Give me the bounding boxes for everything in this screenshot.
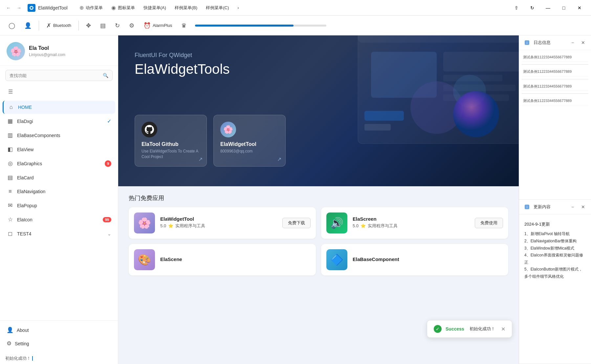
refresh-control[interactable]: ↻ xyxy=(525,3,540,13)
sidebar-item-elapopup[interactable]: ✉ ElaPopup xyxy=(3,199,115,212)
elabase-nav-icon: ▥ xyxy=(7,132,14,139)
update-item-1: 1、新增ElaPivot 轴转导航 xyxy=(524,231,586,238)
svg-point-1 xyxy=(31,7,33,9)
log-panel-close-btn[interactable]: ✕ xyxy=(579,39,587,47)
elascreen-icon: 🔊 xyxy=(326,212,347,233)
toast-close-btn[interactable]: ✕ xyxy=(501,326,505,332)
tool-card-link-icon[interactable]: ↗ xyxy=(277,156,281,162)
toolbar-progress xyxy=(195,25,326,27)
hero-card-tool[interactable]: 🌸 ElaWidgetTool 8009963@qq.com ↗ xyxy=(213,115,286,167)
actions-menu-icon: ⊕ xyxy=(79,5,84,11)
toolbar-item-alarm[interactable]: ⏰ AlarmPlus xyxy=(140,20,175,31)
update-panel-collapse-btn[interactable]: − xyxy=(569,203,577,211)
sidebar-item-elaview[interactable]: ◧ ElaView xyxy=(3,143,115,156)
profile-info: Ela Tool Liniyous@gmail.com xyxy=(29,45,65,57)
menu-sample-b[interactable]: 样例菜单(B) xyxy=(171,4,201,12)
app-icon xyxy=(28,4,35,12)
toolbar-item-settings[interactable]: ⚙ xyxy=(126,20,138,31)
settings-control[interactable]: ⇧ xyxy=(509,3,524,13)
sidebar-item-elagraphics[interactable]: ◎ ElaGraphics 9 xyxy=(3,157,115,170)
test4-nav-label: TEST4 xyxy=(17,231,104,236)
success-toast: ✓ Success 初始化成功！ ✕ xyxy=(427,320,512,338)
close-button[interactable]: ✕ xyxy=(572,3,587,13)
sidebar-nav: ⌂ HOME ▦ ElaDxgi ✓ ▥ ElaBaseComponents ◧… xyxy=(0,99,118,320)
toolbar-item-home[interactable]: ◯ xyxy=(5,20,18,31)
elacard-nav-label: ElaCard xyxy=(17,175,111,180)
hero-cards: ElaTool Github Use ElaWidgetTools To Cre… xyxy=(135,115,286,167)
github-card-desc: Use ElaWidgetTools To Create A Cool Proj… xyxy=(142,149,200,160)
menu-icons[interactable]: ◉ 图标菜单 xyxy=(107,3,139,12)
app-card-elascene: 🎨 ElaScene xyxy=(129,244,316,275)
search-input[interactable] xyxy=(10,73,100,78)
toolbar-item-crown[interactable]: ♛ xyxy=(178,20,190,31)
sidebar-item-test4[interactable]: ◻ TEST4 ⌄ xyxy=(3,227,115,240)
elagraphics-badge: 9 xyxy=(105,160,111,167)
menu-more[interactable]: › xyxy=(233,4,243,11)
elawidgettool-download-btn[interactable]: 免费下载 xyxy=(282,218,311,228)
hamburger-button[interactable]: ☰ xyxy=(5,86,16,97)
sidebar-status: 初始化成功！ xyxy=(0,353,118,364)
toolbar-item-user[interactable]: 👤 xyxy=(21,20,35,31)
elapopup-nav-icon: ✉ xyxy=(7,202,14,209)
update-panel-close-btn[interactable]: ✕ xyxy=(579,203,587,211)
sample-c-label: 样例菜单(C) xyxy=(206,5,229,11)
log-divider-1 xyxy=(522,64,588,65)
elanavigation-nav-label: ElaNavigation xyxy=(17,189,111,194)
content-area: FluentUI For QWidget ElaWidgetTools ElaT… xyxy=(118,35,519,364)
elascreen-rating-value: 5.0 xyxy=(353,223,359,228)
maximize-button[interactable]: □ xyxy=(556,3,571,13)
app-card-elascreen: 🔊 ElaScreen 5.0 ⭐ 实用程序与工具 免费使用 xyxy=(321,207,508,239)
sidebar-item-elacard[interactable]: ▤ ElaCard xyxy=(3,171,115,184)
menu-shortcuts[interactable]: 快捷菜单(A) xyxy=(140,4,170,12)
minimize-button[interactable]: — xyxy=(540,3,556,13)
menu-actions[interactable]: ⊕ 动作菜单 xyxy=(76,3,107,12)
status-cursor xyxy=(32,356,33,361)
toolbar-progress-fill xyxy=(195,25,294,27)
window-controls: ⇧ ↻ — □ ✕ xyxy=(509,3,587,13)
log-panel: i 日志信息 − ✕ 测试条例11223344556677889 测试条例112… xyxy=(519,35,591,200)
elascreen-star-icon: ⭐ xyxy=(361,223,366,228)
toolbar-item-refresh[interactable]: ↻ xyxy=(112,20,123,31)
sidebar-item-elaicon[interactable]: ☆ ElaIcon 99 xyxy=(3,213,115,226)
elanavigation-nav-icon: ≡ xyxy=(7,188,14,195)
log-entry-4: 测试条例11223344556677889 xyxy=(522,96,588,105)
sidebar-item-about[interactable]: 👤 About xyxy=(3,323,115,337)
forward-button[interactable]: → xyxy=(14,3,24,12)
eladxgi-nav-icon: ▦ xyxy=(7,118,14,125)
log-entry-3: 测试条例11223344556677889 xyxy=(522,82,588,91)
main-layout: 🌸 Ela Tool Liniyous@gmail.com 🔍 ☰ ⌂ HOME xyxy=(0,35,591,364)
log-divider-3 xyxy=(522,93,588,94)
github-card-title: ElaTool Github xyxy=(142,141,200,147)
search-box[interactable]: 🔍 xyxy=(5,70,113,81)
github-card-link-icon[interactable]: ↗ xyxy=(198,156,203,162)
menu-sample-c[interactable]: 样例菜单(C) xyxy=(202,4,233,12)
hero-bg-decoration xyxy=(338,35,519,183)
toast-title: Success xyxy=(446,326,464,332)
elascreen-use-btn[interactable]: 免费使用 xyxy=(475,218,503,228)
log-panel-collapse-btn[interactable]: − xyxy=(569,39,577,47)
toolbar-item-grid[interactable]: ✥ xyxy=(83,20,94,31)
sidebar-item-eladxgi[interactable]: ▦ ElaDxgi ✓ xyxy=(3,114,115,128)
home-toolbar-icon: ◯ xyxy=(9,22,15,29)
sidebar-item-elabase[interactable]: ▥ ElaBaseComponents xyxy=(3,129,115,142)
log-entry-1: 测试条例11223344556677889 xyxy=(522,53,588,62)
grid-icon: ✥ xyxy=(86,22,91,29)
sidebar-item-elanavigation[interactable]: ≡ ElaNavigation xyxy=(3,185,115,198)
tool-card-icon: 🌸 xyxy=(220,122,236,137)
back-button[interactable]: ← xyxy=(4,3,13,12)
about-icon: 👤 xyxy=(7,327,13,334)
tool-card-desc: 8009963@qq.com xyxy=(220,149,279,154)
elagraphics-nav-icon: ◎ xyxy=(7,160,14,167)
elagraphics-nav-label: ElaGraphics xyxy=(17,161,101,166)
titlebar: ← → ElaWidgetTool ⊕ 动作菜单 ◉ 图标菜单 快捷菜单(A) … xyxy=(0,0,591,16)
app-card-elabasecomponent: 🔷 ElaBaseComponent xyxy=(321,244,508,275)
toolbar-item-bluetooth[interactable]: ✗ Bluetooth xyxy=(43,20,75,31)
sidebar-item-setting[interactable]: ⚙ Setting xyxy=(3,337,115,350)
update-panel: i 更新内容 − ✕ 2024-9-1更新 1、新增ElaPivot 轴转导航 … xyxy=(519,200,591,364)
hero-card-github[interactable]: ElaTool Github Use ElaWidgetTools To Cre… xyxy=(135,115,207,167)
elawidgettool-name: ElaWidgetTool xyxy=(160,216,277,222)
setting-icon: ⚙ xyxy=(7,340,11,347)
star-icon: ⭐ xyxy=(168,223,173,228)
toolbar-item-chart[interactable]: ▤ xyxy=(97,20,109,31)
sidebar-item-home[interactable]: ⌂ HOME xyxy=(3,101,115,114)
